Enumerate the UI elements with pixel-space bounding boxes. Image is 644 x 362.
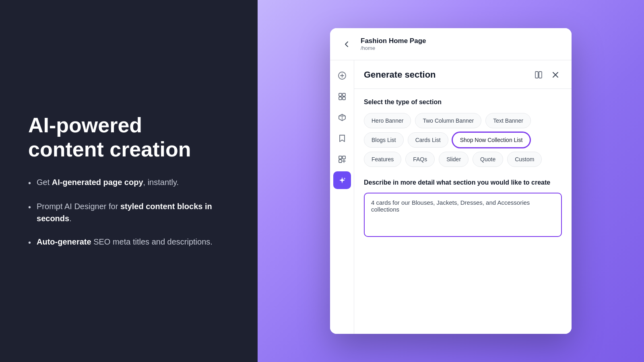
svg-rect-5 bbox=[339, 97, 342, 100]
puzzle-icon bbox=[338, 155, 347, 164]
feature-item-1: • Get AI-generated page copy, instantly. bbox=[28, 176, 229, 189]
sidebar-item-puzzle[interactable] bbox=[333, 150, 351, 168]
feature-text-1: Get AI-generated page copy, instantly. bbox=[37, 176, 179, 189]
expand-button[interactable] bbox=[532, 68, 545, 81]
section-type-label: Select the type of section bbox=[364, 99, 562, 106]
sparkles-icon bbox=[338, 176, 347, 185]
panel-header: Generate section bbox=[354, 60, 572, 89]
chip-cards-list[interactable]: Cards List bbox=[408, 132, 448, 148]
description-textarea[interactable]: 4 cards for our Blouses, Jackets, Dresse… bbox=[364, 193, 562, 237]
panel-title: Generate section bbox=[364, 70, 436, 80]
sidebar-item-cube[interactable] bbox=[333, 109, 351, 126]
sidebar-item-sparkles[interactable] bbox=[333, 171, 351, 189]
bullet-dot-2: • bbox=[28, 201, 31, 224]
svg-rect-12 bbox=[535, 72, 538, 78]
layout-icon bbox=[338, 92, 347, 101]
generate-panel: Generate section bbox=[354, 60, 572, 334]
svg-rect-4 bbox=[343, 93, 345, 96]
cube-icon bbox=[338, 113, 347, 122]
describe-label: Describe in more detail what section you… bbox=[364, 178, 562, 187]
chip-features[interactable]: Features bbox=[364, 152, 401, 167]
svg-rect-6 bbox=[343, 97, 345, 100]
sidebar-item-layout[interactable] bbox=[333, 88, 351, 105]
panel-actions bbox=[532, 68, 562, 81]
chip-faqs[interactable]: FAQs bbox=[405, 152, 435, 167]
svg-rect-13 bbox=[539, 72, 542, 78]
chip-shop-now-collection-list[interactable]: Shop Now Collection List bbox=[452, 132, 530, 148]
hero-title: AI-poweredcontent creation bbox=[28, 113, 229, 162]
panel-content: Select the type of section Hero Banner T… bbox=[354, 89, 572, 334]
left-panel: AI-poweredcontent creation • Get AI-gene… bbox=[0, 0, 258, 362]
feature-item-3: • Auto-generate SEO meta titles and desc… bbox=[28, 236, 229, 249]
page-subtitle: /home bbox=[361, 45, 426, 51]
back-button[interactable] bbox=[340, 37, 354, 51]
app-body: Generate section bbox=[330, 60, 572, 334]
chip-slider[interactable]: Slider bbox=[439, 152, 469, 167]
right-panel: Fashion Home Page /home bbox=[258, 0, 644, 362]
chip-two-column-banner[interactable]: Two Column Banner bbox=[415, 113, 481, 128]
bullet-dot-3: • bbox=[28, 237, 31, 249]
sidebar-item-add[interactable] bbox=[333, 67, 351, 84]
chip-blogs-list[interactable]: Blogs List bbox=[364, 132, 404, 148]
chips-grid: Hero Banner Two Column Banner Text Banne… bbox=[364, 113, 562, 167]
app-window: Fashion Home Page /home bbox=[330, 28, 572, 334]
bullet-dot-1: • bbox=[28, 177, 31, 189]
app-header: Fashion Home Page /home bbox=[330, 28, 572, 60]
chip-quote[interactable]: Quote bbox=[473, 152, 503, 167]
bookmark-icon bbox=[338, 134, 347, 143]
chip-text-banner[interactable]: Text Banner bbox=[485, 113, 531, 128]
left-content: AI-poweredcontent creation • Get AI-gene… bbox=[28, 113, 229, 249]
svg-rect-3 bbox=[339, 93, 342, 96]
svg-rect-11 bbox=[339, 160, 342, 162]
feature-list: • Get AI-generated page copy, instantly.… bbox=[28, 176, 229, 249]
add-icon bbox=[338, 71, 347, 80]
feature-text-2: Prompt AI Designer for styled content bl… bbox=[37, 200, 229, 224]
chip-custom[interactable]: Custom bbox=[507, 152, 542, 167]
svg-rect-10 bbox=[343, 156, 345, 159]
feature-text-3: Auto-generate SEO meta titles and descri… bbox=[37, 236, 213, 249]
svg-rect-9 bbox=[339, 156, 342, 159]
feature-item-2: • Prompt AI Designer for styled content … bbox=[28, 200, 229, 224]
page-title: Fashion Home Page bbox=[361, 37, 426, 45]
sidebar-item-bookmark[interactable] bbox=[333, 130, 351, 147]
header-text: Fashion Home Page /home bbox=[361, 37, 426, 51]
chip-hero-banner[interactable]: Hero Banner bbox=[364, 113, 411, 128]
sidebar bbox=[330, 60, 354, 334]
close-button[interactable] bbox=[549, 68, 562, 81]
